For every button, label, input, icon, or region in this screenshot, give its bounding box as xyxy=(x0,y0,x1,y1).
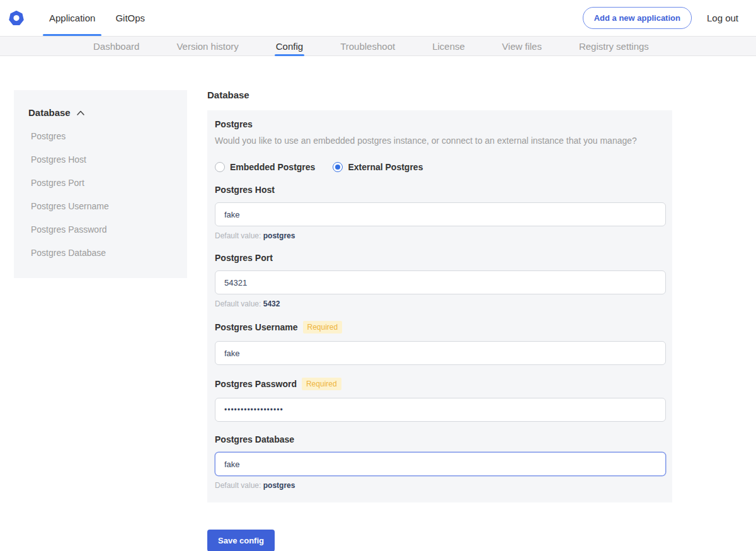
sidebar-item-postgres[interactable]: Postgres xyxy=(28,131,177,141)
radio-unchecked-icon[interactable] xyxy=(215,162,225,172)
radio-external-label: External Postgres xyxy=(348,162,423,172)
subnav-registry-settings[interactable]: Registry settings xyxy=(579,37,649,55)
save-config-button[interactable]: Save config xyxy=(207,530,275,551)
postgres-host-input[interactable] xyxy=(215,202,666,226)
radio-checked-icon[interactable] xyxy=(333,162,343,172)
sidebar-group-label: Database xyxy=(28,107,71,118)
required-badge: Required xyxy=(302,378,341,390)
subnav-version-history[interactable]: Version history xyxy=(176,37,238,55)
logout-link[interactable]: Log out xyxy=(707,13,738,23)
postgres-port-label: Postgres Port xyxy=(215,253,273,263)
postgres-mode-radio-group: Embedded Postgres External Postgres xyxy=(215,162,665,172)
radio-embedded-label: Embedded Postgres xyxy=(230,162,315,172)
required-badge: Required xyxy=(303,321,343,334)
postgres-group-label: Postgres xyxy=(215,119,253,129)
sidebar-item-postgres-port[interactable]: Postgres Port xyxy=(28,178,177,188)
default-value: 5432 xyxy=(263,299,280,308)
tab-application[interactable]: Application xyxy=(39,0,105,36)
postgres-host-label: Postgres Host xyxy=(215,185,275,195)
subnav-dashboard[interactable]: Dashboard xyxy=(93,37,139,55)
top-nav-right: Add a new application Log out xyxy=(583,7,738,29)
field-postgres-port: Postgres Port Default value: 5432 xyxy=(215,253,665,308)
postgres-database-label: Postgres Database xyxy=(215,434,294,444)
postgres-help-text: Would you like to use an embedded postgr… xyxy=(215,135,665,146)
app-logo-icon xyxy=(9,11,24,26)
sidebar-item-postgres-database[interactable]: Postgres Database xyxy=(28,248,177,258)
sidebar-item-postgres-username[interactable]: Postgres Username xyxy=(28,201,177,211)
config-sidebar: Database Postgres Postgres Host Postgres… xyxy=(14,90,187,278)
config-main: Database Postgres Would you like to use … xyxy=(207,90,672,551)
default-prefix: Default value: xyxy=(215,299,261,308)
postgres-username-input[interactable] xyxy=(215,341,666,365)
radio-external-postgres[interactable]: External Postgres xyxy=(333,162,423,172)
top-tab-bar: Application GitOps xyxy=(39,0,155,36)
database-config-panel: Postgres Would you like to use an embedd… xyxy=(207,110,672,502)
sidebar-item-list: Postgres Postgres Host Postgres Port Pos… xyxy=(28,131,177,258)
default-prefix: Default value: xyxy=(215,481,261,490)
config-page: Database Postgres Postgres Host Postgres… xyxy=(0,56,756,551)
field-postgres-username: Postgres Username Required xyxy=(215,321,665,365)
sidebar-item-postgres-password[interactable]: Postgres Password xyxy=(28,224,177,235)
postgres-database-input[interactable] xyxy=(215,452,666,476)
field-postgres-host: Postgres Host Default value: postgres xyxy=(215,185,665,240)
add-new-application-button[interactable]: Add a new application xyxy=(583,7,692,29)
radio-embedded-postgres[interactable]: Embedded Postgres xyxy=(215,162,315,172)
field-postgres-database: Postgres Database Default value: postgre… xyxy=(215,434,665,490)
page-title: Database xyxy=(207,90,672,100)
subnav-license[interactable]: License xyxy=(432,37,465,55)
top-nav: Application GitOps Add a new application… xyxy=(0,0,756,36)
chevron-up-icon xyxy=(76,107,85,118)
postgres-username-label: Postgres Username xyxy=(215,322,298,332)
sidebar-item-postgres-host[interactable]: Postgres Host xyxy=(28,154,177,165)
default-value: postgres xyxy=(263,481,295,490)
postgres-group: Postgres Would you like to use an embedd… xyxy=(215,119,665,172)
postgres-password-input[interactable] xyxy=(215,398,666,422)
postgres-port-default: Default value: 5432 xyxy=(215,299,665,308)
sidebar-group-database[interactable]: Database xyxy=(28,107,177,118)
tab-gitops[interactable]: GitOps xyxy=(105,0,155,36)
subnav-view-files[interactable]: View files xyxy=(502,37,542,55)
default-value: postgres xyxy=(263,231,295,240)
postgres-port-input[interactable] xyxy=(215,270,666,294)
postgres-password-label: Postgres Password xyxy=(215,379,297,389)
postgres-database-default: Default value: postgres xyxy=(215,481,665,490)
subnav-config[interactable]: Config xyxy=(276,37,303,55)
postgres-host-default: Default value: postgres xyxy=(215,231,665,240)
app-sub-nav: Dashboard Version history Config Trouble… xyxy=(0,36,756,56)
field-postgres-password: Postgres Password Required xyxy=(215,378,665,422)
subnav-troubleshoot[interactable]: Troubleshoot xyxy=(340,37,395,55)
default-prefix: Default value: xyxy=(215,231,261,240)
